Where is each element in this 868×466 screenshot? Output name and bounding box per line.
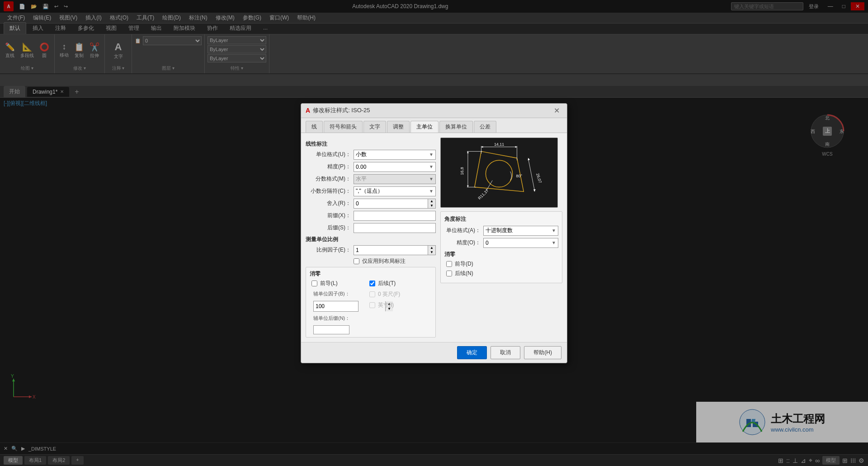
apply-layout-row: 仅应用到布局标注	[306, 257, 436, 265]
angle-dimension-section: 角度标注 单位格式(A)： 十进制度数 ▼ 精度(O)： 0 ▼	[440, 211, 562, 283]
dialog-right-panel: 14,11 16,8 26,07	[440, 138, 562, 338]
fraction-format-row: 分数格式(M)： 水平 ▼	[306, 174, 436, 184]
angle-unit-format-select[interactable]: 十进制度数 ▼	[483, 226, 558, 236]
angle-leading-checkbox[interactable]	[446, 261, 452, 267]
sub-unit-factor-row: 辅单位因子(B)：	[313, 290, 359, 297]
inches-label: 英寸(I)	[378, 301, 394, 309]
dialog-logo: A	[306, 107, 310, 114]
suppression-left-col: 前导(L) 辅单位因子(B)： ▲ ▼	[310, 280, 359, 334]
round-value[interactable]	[354, 199, 428, 208]
svg-text:80°: 80°	[516, 173, 523, 178]
feet-row: 0 英尺(F)	[368, 290, 400, 298]
leading-row: 前导(L)	[310, 280, 359, 287]
unit-format-label: 单位格式(U)：	[306, 151, 351, 158]
preview-canvas: 14,11 16,8 26,07	[440, 138, 558, 208]
angle-trailing-label[interactable]: 后续(N)	[455, 270, 473, 277]
round-spinner[interactable]: ▲ ▼	[354, 199, 436, 209]
decimal-sep-select[interactable]: ","（逗点） ▼	[354, 186, 436, 196]
sub-unit-suffix-label: 辅单位后缀(N)：	[313, 315, 350, 322]
unit-format-row: 单位格式(U)： 小数 ▼	[306, 150, 436, 160]
round-label: 舍入(R)：	[306, 200, 351, 207]
dialog-title-bar: A 修改标注样式: ISO-25 ✕	[301, 104, 567, 118]
apply-layout-checkbox[interactable]	[354, 258, 359, 264]
decimal-sep-row: 小数分隔符(C)： ","（逗点） ▼	[306, 186, 436, 196]
trailing-row: 后续(T)	[368, 280, 400, 287]
scale-down-btn[interactable]: ▼	[428, 250, 435, 255]
angle-section-title: 角度标注	[444, 215, 558, 223]
scale-section-title: 测量单位比例	[306, 236, 436, 243]
precision-label: 精度(P)：	[306, 163, 351, 171]
dialog-tab-tolerance[interactable]: 公差	[474, 121, 496, 133]
fraction-format-select: 水平 ▼	[354, 174, 436, 184]
angle-unit-format-row: 单位格式(A)： 十进制度数 ▼	[444, 226, 558, 236]
dialog-left-panel: 线性标注 单位格式(U)： 小数 ▼ 精度(P)： 0.00 ▼	[306, 138, 436, 338]
help-button[interactable]: 帮助(H)	[524, 346, 561, 359]
angle-leading-label[interactable]: 前导(D)	[455, 260, 473, 268]
trailing-checkbox[interactable]	[369, 281, 375, 286]
angle-precision-row: 精度(O)： 0 ▼	[444, 238, 558, 248]
suffix-label: 后缀(S)：	[306, 224, 351, 232]
scale-factor-spinner[interactable]: ▲ ▼	[354, 245, 436, 255]
round-up-btn[interactable]: ▲	[428, 199, 435, 204]
suffix-input[interactable]	[354, 223, 436, 233]
modal-overlay: A 修改标注样式: ISO-25 ✕ 线 符号和箭头 文字 调整 主单位 换算单…	[0, 0, 868, 466]
inches-row: 英寸(I)	[368, 301, 400, 309]
prefix-label: 前缀(X)：	[306, 212, 351, 219]
dialog-title: 修改标注样式: ISO-25	[313, 106, 551, 114]
dialog: A 修改标注样式: ISO-25 ✕ 线 符号和箭头 文字 调整 主单位 换算单…	[301, 103, 567, 363]
dialog-tab-line[interactable]: 线	[306, 121, 323, 133]
leading-label[interactable]: 前导(L)	[320, 280, 338, 287]
dialog-tab-text[interactable]: 文字	[363, 121, 386, 133]
angle-precision-select[interactable]: 0 ▼	[483, 238, 558, 248]
suppression-section: 消零 前导(L) 辅单位因子(B)：	[306, 267, 436, 338]
svg-text:16,8: 16,8	[460, 167, 464, 175]
precision-row: 精度(P)： 0.00 ▼	[306, 162, 436, 172]
angle-trailing-row: 后续(N)	[444, 270, 558, 277]
precision-select[interactable]: 0.00 ▼	[354, 162, 436, 172]
suppression-right-col: 后续(T) 0 英尺(F) 英寸(I)	[368, 280, 400, 334]
prefix-input[interactable]	[354, 211, 436, 221]
suppression-cols: 前导(L) 辅单位因子(B)： ▲ ▼	[310, 280, 432, 334]
angle-unit-format-label: 单位格式(A)：	[444, 227, 481, 234]
scale-factor-value[interactable]	[354, 246, 428, 255]
suffix-row: 后缀(S)：	[306, 223, 436, 233]
preview-svg: 14,11 16,8 26,07	[441, 138, 557, 207]
feet-checkbox	[369, 291, 375, 297]
decimal-sep-label: 小数分隔符(C)：	[306, 187, 351, 195]
round-down-btn[interactable]: ▼	[428, 204, 435, 208]
sub-unit-factor-label: 辅单位因子(B)：	[313, 290, 350, 297]
cancel-button[interactable]: 取消	[491, 346, 520, 359]
linear-section-title: 线性标注	[306, 140, 436, 148]
ok-button[interactable]: 确定	[457, 346, 487, 359]
inches-checkbox	[369, 302, 375, 308]
dialog-tab-symbols[interactable]: 符号和箭头	[324, 121, 363, 133]
scale-up-btn[interactable]: ▲	[428, 246, 435, 250]
sub-unit-suffix-row: 辅单位后缀(N)：	[313, 315, 359, 322]
angle-trailing-checkbox[interactable]	[446, 271, 452, 276]
dialog-body: 线性标注 单位格式(U)： 小数 ▼ 精度(P)： 0.00 ▼	[301, 133, 567, 342]
angle-leading-row: 前导(D)	[444, 260, 558, 268]
angle-suppression-title: 消零	[444, 251, 558, 258]
apply-layout-label[interactable]: 仅应用到布局标注	[362, 257, 406, 265]
dialog-tabs: 线 符号和箭头 文字 调整 主单位 换算单位 公差	[301, 118, 567, 133]
unit-format-select[interactable]: 小数 ▼	[354, 150, 436, 160]
fraction-format-label: 分数格式(M)：	[306, 175, 351, 183]
sub-unit-suffix-input[interactable]	[313, 325, 349, 334]
prefix-row: 前缀(X)：	[306, 211, 436, 221]
svg-text:14,11: 14,11	[494, 142, 504, 146]
suppression-title: 消零	[310, 270, 432, 278]
round-row: 舍入(R)： ▲ ▼	[306, 199, 436, 209]
dialog-close-btn[interactable]: ✕	[551, 105, 562, 116]
trailing-label[interactable]: 后续(T)	[378, 280, 396, 287]
dialog-footer: 确定 取消 帮助(H)	[301, 342, 567, 363]
dialog-tab-primary[interactable]: 主单位	[410, 121, 439, 133]
angle-precision-label: 精度(O)：	[444, 239, 481, 247]
scale-factor-label: 比例因子(E)：	[306, 246, 351, 254]
scale-factor-row: 比例因子(E)： ▲ ▼	[306, 245, 436, 255]
dialog-tab-fit[interactable]: 调整	[387, 121, 410, 133]
leading-checkbox[interactable]	[311, 281, 317, 286]
feet-label: 0 英尺(F)	[378, 290, 400, 298]
dialog-tab-alternate[interactable]: 换算单位	[439, 121, 473, 133]
sub-unit-factor-spinner[interactable]: ▲ ▼	[313, 301, 359, 312]
